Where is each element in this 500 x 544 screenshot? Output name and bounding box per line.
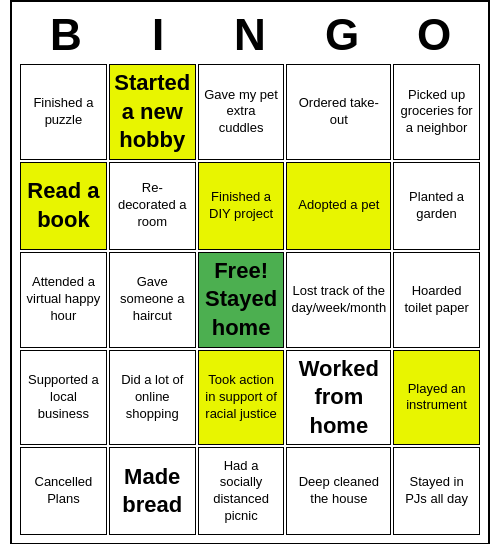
bingo-cell-3: Ordered take-out [286, 64, 391, 160]
bingo-cell-1: Started a new hobby [109, 64, 196, 160]
bingo-cell-20: Cancelled Plans [20, 447, 107, 535]
bingo-cell-12: Free! Stayed home [198, 252, 285, 348]
header-letter-o: O [390, 10, 478, 60]
bingo-cell-7: Finished a DIY project [198, 162, 285, 250]
bingo-cell-23: Deep cleaned the house [286, 447, 391, 535]
bingo-header: BINGO [20, 10, 480, 60]
header-letter-g: G [298, 10, 386, 60]
bingo-cell-21: Made bread [109, 447, 196, 535]
header-letter-n: N [206, 10, 294, 60]
header-letter-b: B [22, 10, 110, 60]
bingo-cell-4: Picked up groceries for a neighbor [393, 64, 480, 160]
bingo-card: BINGO Finished a puzzleStarted a new hob… [10, 0, 490, 544]
bingo-cell-2: Gave my pet extra cuddles [198, 64, 285, 160]
header-letter-i: I [114, 10, 202, 60]
bingo-cell-9: Planted a garden [393, 162, 480, 250]
bingo-cell-15: Supported a local business [20, 350, 107, 446]
bingo-cell-0: Finished a puzzle [20, 64, 107, 160]
bingo-cell-19: Played an instrument [393, 350, 480, 446]
bingo-cell-8: Adopted a pet [286, 162, 391, 250]
bingo-cell-11: Gave someone a haircut [109, 252, 196, 348]
bingo-cell-18: Worked from home [286, 350, 391, 446]
bingo-cell-16: Did a lot of online shopping [109, 350, 196, 446]
bingo-cell-14: Hoarded toilet paper [393, 252, 480, 348]
bingo-cell-5: Read a book [20, 162, 107, 250]
bingo-cell-10: Attended a virtual happy hour [20, 252, 107, 348]
bingo-cell-24: Stayed in PJs all day [393, 447, 480, 535]
bingo-cell-22: Had a socially distanced picnic [198, 447, 285, 535]
bingo-cell-13: Lost track of the day/week/month [286, 252, 391, 348]
bingo-grid: Finished a puzzleStarted a new hobbyGave… [20, 64, 480, 535]
bingo-cell-17: Took action in support of racial justice [198, 350, 285, 446]
bingo-cell-6: Re-decorated a room [109, 162, 196, 250]
